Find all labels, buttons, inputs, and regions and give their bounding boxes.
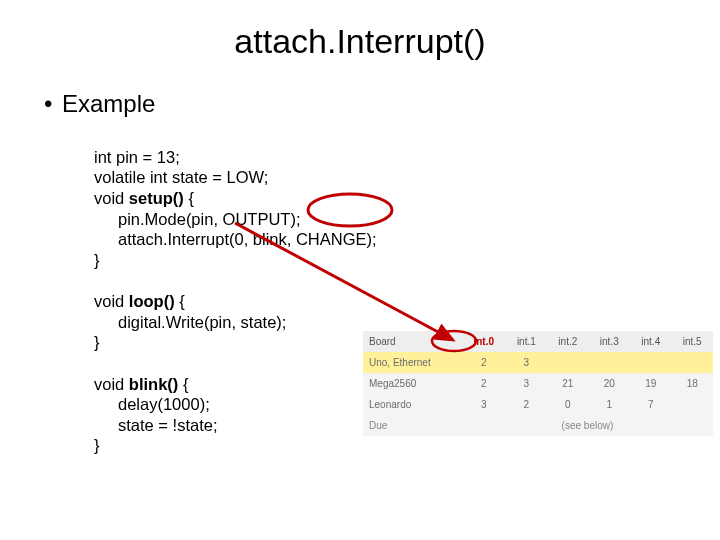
table-cell [589,352,630,373]
table-cell: 2 [462,373,506,394]
table-header: int.2 [547,331,588,352]
table-footer-row: Due (see below) [363,415,713,436]
table-header: int.1 [506,331,547,352]
table-cell [671,352,713,373]
code-line: pin.Mode(pin, OUTPUT); [94,210,300,228]
table-cell: (see below) [462,415,713,436]
code-line: delay(1000); [94,395,210,413]
table-header-row: Board int.0 int.1 int.2 int.3 int.4 int.… [363,331,713,352]
code-line: void blink() { [94,375,188,393]
bullet-example: •Example [44,90,155,118]
table-cell: 21 [547,373,588,394]
code-line: digital.Write(pin, state); [94,313,286,331]
table-cell: 3 [506,352,547,373]
code-line: } [94,436,100,454]
table-cell [630,352,671,373]
table-cell: Leonardo [363,394,462,415]
code-line: volatile int state = LOW; [94,168,268,186]
bullet-text: Example [62,90,155,117]
code-line: int pin = 13; [94,148,180,166]
code-block: int pin = 13; volatile int state = LOW; … [94,126,377,456]
table-cell: 3 [462,394,506,415]
table-header: int.5 [671,331,713,352]
table-cell: 2 [506,394,547,415]
table-cell: 2 [462,352,506,373]
table-cell: 3 [506,373,547,394]
table-cell: 1 [589,394,630,415]
code-line: void setup() { [94,189,194,207]
table-header: int.4 [630,331,671,352]
table-cell [671,394,713,415]
table-header: int.3 [589,331,630,352]
table-cell: Due [363,415,462,436]
code-line: void loop() { [94,292,185,310]
interrupt-pin-table: Board int.0 int.1 int.2 int.3 int.4 int.… [363,331,713,436]
bullet-dot: • [44,90,62,118]
table-row: Uno, Ethernet 2 3 [363,352,713,373]
table-row: Leonardo 3 2 0 1 7 [363,394,713,415]
code-line: } [94,251,100,269]
table-cell: 7 [630,394,671,415]
code-line: state = !state; [94,416,218,434]
table-cell: 19 [630,373,671,394]
table-cell: 18 [671,373,713,394]
code-line: attach.Interrupt(0, blink, CHANGE); [94,230,377,248]
table-cell: Mega2560 [363,373,462,394]
table-cell: 20 [589,373,630,394]
table-header: int.0 [462,331,506,352]
code-line: } [94,333,100,351]
table-header: Board [363,331,462,352]
table-row: Mega2560 2 3 21 20 19 18 [363,373,713,394]
slide: attach.Interrupt() •Example int pin = 13… [0,0,720,540]
table-cell: 0 [547,394,588,415]
page-title: attach.Interrupt() [0,22,720,61]
table-cell: Uno, Ethernet [363,352,462,373]
table-cell [547,352,588,373]
